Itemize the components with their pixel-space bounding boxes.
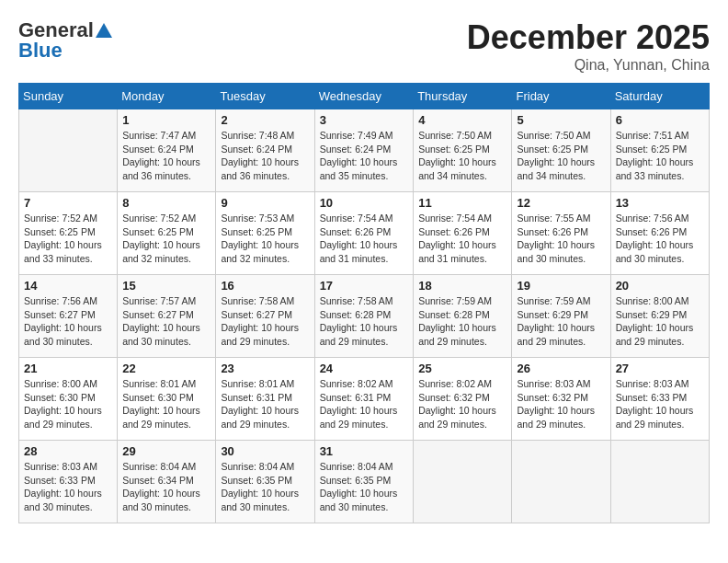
day-info: Sunrise: 7:57 AMSunset: 6:27 PMDaylight:… xyxy=(122,294,210,349)
day-info: Sunrise: 7:49 AMSunset: 6:24 PMDaylight:… xyxy=(320,129,409,183)
day-number: 1 xyxy=(122,113,210,127)
day-info: Sunrise: 7:54 AMSunset: 6:26 PMDaylight:… xyxy=(320,212,409,266)
svg-marker-0 xyxy=(96,23,112,38)
logo: General Blue xyxy=(18,18,112,63)
day-info: Sunrise: 7:54 AMSunset: 6:26 PMDaylight:… xyxy=(418,212,506,266)
day-info: Sunrise: 7:55 AMSunset: 6:26 PMDaylight:… xyxy=(517,212,605,266)
day-info: Sunrise: 7:56 AMSunset: 6:27 PMDaylight:… xyxy=(24,294,112,349)
calendar-cell xyxy=(512,441,610,523)
calendar-cell: 9Sunrise: 7:53 AMSunset: 6:25 PMDaylight… xyxy=(216,192,314,275)
day-info: Sunrise: 8:04 AMSunset: 6:35 PMDaylight:… xyxy=(320,460,409,514)
month-title: December 2025 xyxy=(467,18,710,57)
calendar-cell: 10Sunrise: 7:54 AMSunset: 6:26 PMDayligh… xyxy=(314,192,414,275)
calendar-cell: 6Sunrise: 7:51 AMSunset: 6:25 PMDaylight… xyxy=(610,109,709,192)
day-number: 16 xyxy=(221,279,309,293)
day-number: 26 xyxy=(517,362,605,375)
calendar-cell: 20Sunrise: 8:00 AMSunset: 6:29 PMDayligh… xyxy=(610,275,709,358)
calendar-cell: 2Sunrise: 7:48 AMSunset: 6:24 PMDaylight… xyxy=(216,109,314,192)
day-number: 27 xyxy=(616,362,704,375)
calendar-week-row: 14Sunrise: 7:56 AMSunset: 6:27 PMDayligh… xyxy=(19,275,710,358)
day-header-monday: Monday xyxy=(118,84,216,109)
calendar-cell: 27Sunrise: 8:03 AMSunset: 6:33 PMDayligh… xyxy=(610,358,709,441)
calendar-cell xyxy=(19,109,118,192)
day-info: Sunrise: 7:50 AMSunset: 6:25 PMDaylight:… xyxy=(418,129,506,183)
calendar-cell: 31Sunrise: 8:04 AMSunset: 6:35 PMDayligh… xyxy=(314,441,414,523)
day-info: Sunrise: 8:04 AMSunset: 6:34 PMDaylight:… xyxy=(122,460,210,514)
day-number: 15 xyxy=(122,279,210,293)
day-number: 23 xyxy=(221,362,309,375)
day-info: Sunrise: 8:01 AMSunset: 6:31 PMDaylight:… xyxy=(221,377,309,431)
calendar-cell: 17Sunrise: 7:58 AMSunset: 6:28 PMDayligh… xyxy=(314,275,414,358)
day-number: 29 xyxy=(122,444,210,458)
calendar-week-row: 7Sunrise: 7:52 AMSunset: 6:25 PMDaylight… xyxy=(19,192,710,275)
logo-triangle-icon xyxy=(96,21,112,38)
calendar-cell: 11Sunrise: 7:54 AMSunset: 6:26 PMDayligh… xyxy=(414,192,512,275)
calendar-cell: 23Sunrise: 8:01 AMSunset: 6:31 PMDayligh… xyxy=(216,358,314,441)
calendar-cell: 3Sunrise: 7:49 AMSunset: 6:24 PMDaylight… xyxy=(314,109,414,192)
calendar-cell: 28Sunrise: 8:03 AMSunset: 6:33 PMDayligh… xyxy=(19,441,118,523)
day-number: 13 xyxy=(616,196,704,210)
day-number: 19 xyxy=(517,279,605,293)
day-info: Sunrise: 8:03 AMSunset: 6:33 PMDaylight:… xyxy=(24,460,112,514)
day-info: Sunrise: 7:59 AMSunset: 6:29 PMDaylight:… xyxy=(517,294,605,349)
day-number: 18 xyxy=(418,279,506,293)
day-number: 20 xyxy=(616,279,704,293)
day-header-friday: Friday xyxy=(512,84,610,109)
day-info: Sunrise: 8:02 AMSunset: 6:32 PMDaylight:… xyxy=(418,377,506,431)
day-header-thursday: Thursday xyxy=(414,84,512,109)
day-number: 22 xyxy=(122,362,210,375)
day-header-saturday: Saturday xyxy=(610,84,709,109)
calendar-cell: 15Sunrise: 7:57 AMSunset: 6:27 PMDayligh… xyxy=(118,275,216,358)
calendar-cell: 22Sunrise: 8:01 AMSunset: 6:30 PMDayligh… xyxy=(118,358,216,441)
day-number: 12 xyxy=(517,196,605,210)
day-info: Sunrise: 8:00 AMSunset: 6:29 PMDaylight:… xyxy=(616,294,704,349)
day-info: Sunrise: 8:03 AMSunset: 6:33 PMDaylight:… xyxy=(616,377,704,431)
logo-blue-text: Blue xyxy=(18,39,63,63)
day-info: Sunrise: 7:52 AMSunset: 6:25 PMDaylight:… xyxy=(122,212,210,266)
day-info: Sunrise: 7:50 AMSunset: 6:25 PMDaylight:… xyxy=(517,129,605,183)
day-info: Sunrise: 7:53 AMSunset: 6:25 PMDaylight:… xyxy=(221,212,309,266)
calendar-cell: 26Sunrise: 8:03 AMSunset: 6:32 PMDayligh… xyxy=(512,358,610,441)
day-info: Sunrise: 8:01 AMSunset: 6:30 PMDaylight:… xyxy=(122,377,210,431)
calendar-header-row: SundayMondayTuesdayWednesdayThursdayFrid… xyxy=(19,84,710,109)
calendar-cell: 8Sunrise: 7:52 AMSunset: 6:25 PMDaylight… xyxy=(118,192,216,275)
title-area: December 2025 Qina, Yunnan, China xyxy=(467,18,710,74)
calendar-cell xyxy=(610,441,709,523)
calendar-cell: 30Sunrise: 8:04 AMSunset: 6:35 PMDayligh… xyxy=(216,441,314,523)
day-number: 10 xyxy=(320,196,409,210)
day-number: 9 xyxy=(221,196,309,210)
day-number: 2 xyxy=(221,113,309,127)
calendar-cell: 29Sunrise: 8:04 AMSunset: 6:34 PMDayligh… xyxy=(118,441,216,523)
day-header-wednesday: Wednesday xyxy=(314,84,414,109)
calendar-cell: 1Sunrise: 7:47 AMSunset: 6:24 PMDaylight… xyxy=(118,109,216,192)
day-number: 11 xyxy=(418,196,506,210)
calendar-cell: 7Sunrise: 7:52 AMSunset: 6:25 PMDaylight… xyxy=(19,192,118,275)
day-number: 25 xyxy=(418,362,506,375)
day-info: Sunrise: 7:48 AMSunset: 6:24 PMDaylight:… xyxy=(221,129,309,183)
calendar-week-row: 1Sunrise: 7:47 AMSunset: 6:24 PMDaylight… xyxy=(19,109,710,192)
calendar-cell: 18Sunrise: 7:59 AMSunset: 6:28 PMDayligh… xyxy=(414,275,512,358)
day-info: Sunrise: 7:58 AMSunset: 6:28 PMDaylight:… xyxy=(320,294,409,349)
day-info: Sunrise: 7:52 AMSunset: 6:25 PMDaylight:… xyxy=(24,212,112,266)
day-info: Sunrise: 7:58 AMSunset: 6:27 PMDaylight:… xyxy=(221,294,309,349)
day-number: 14 xyxy=(24,279,112,293)
day-info: Sunrise: 8:02 AMSunset: 6:31 PMDaylight:… xyxy=(320,377,409,431)
calendar-table: SundayMondayTuesdayWednesdayThursdayFrid… xyxy=(18,83,710,523)
day-info: Sunrise: 7:47 AMSunset: 6:24 PMDaylight:… xyxy=(122,129,210,183)
day-number: 4 xyxy=(418,113,506,127)
calendar-cell: 12Sunrise: 7:55 AMSunset: 6:26 PMDayligh… xyxy=(512,192,610,275)
day-header-sunday: Sunday xyxy=(19,84,118,109)
day-number: 6 xyxy=(616,113,704,127)
day-number: 8 xyxy=(122,196,210,210)
calendar-cell: 21Sunrise: 8:00 AMSunset: 6:30 PMDayligh… xyxy=(19,358,118,441)
location-subtitle: Qina, Yunnan, China xyxy=(467,57,710,74)
day-info: Sunrise: 8:00 AMSunset: 6:30 PMDaylight:… xyxy=(24,377,112,431)
day-info: Sunrise: 8:03 AMSunset: 6:32 PMDaylight:… xyxy=(517,377,605,431)
day-header-tuesday: Tuesday xyxy=(216,84,314,109)
day-number: 21 xyxy=(24,362,112,375)
calendar-cell: 14Sunrise: 7:56 AMSunset: 6:27 PMDayligh… xyxy=(19,275,118,358)
day-info: Sunrise: 7:51 AMSunset: 6:25 PMDaylight:… xyxy=(616,129,704,183)
day-number: 31 xyxy=(320,444,409,458)
calendar-cell: 4Sunrise: 7:50 AMSunset: 6:25 PMDaylight… xyxy=(414,109,512,192)
day-number: 3 xyxy=(320,113,409,127)
